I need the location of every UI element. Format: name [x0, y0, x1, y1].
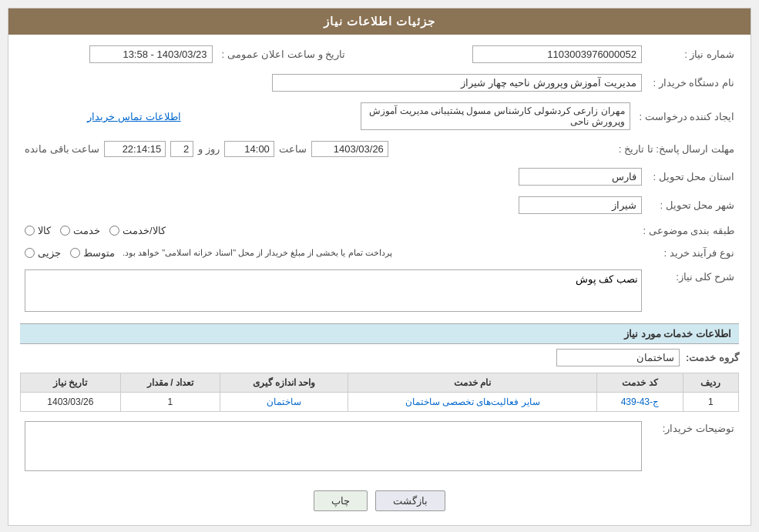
- contact-link[interactable]: اطلاعات تماس خریدار: [87, 111, 180, 122]
- purchase-type-medium-radio[interactable]: [70, 248, 80, 258]
- category-khidmat-label: خدمت: [73, 225, 100, 236]
- buyer-notes-label: توضیحات خریدار:: [646, 418, 739, 477]
- col-need-date: تاریخ نیاز: [21, 373, 121, 393]
- need-number-label: شماره نیاز :: [646, 42, 739, 66]
- announcement-label: تاریخ و ساعت اعلان عمومی :: [217, 42, 351, 66]
- col-service-name: نام خدمت: [348, 373, 597, 393]
- category-khidmat-radio[interactable]: [60, 226, 70, 236]
- service-group-value: ساختمان: [556, 349, 680, 366]
- category-kala-radio[interactable]: [25, 226, 35, 236]
- buyer-notes-textarea[interactable]: [25, 421, 642, 471]
- need-description-label: شرح کلی نیاز:: [646, 266, 739, 317]
- purchase-type-label: نوع فرآیند خرید :: [646, 244, 739, 262]
- buyer-org-value: مدیریت آموزش وپرورش ناحیه چهار شیراز: [272, 74, 642, 92]
- province-value: فارس: [519, 168, 642, 186]
- services-table: ردیف کد خدمت نام خدمت واحد اندازه گیری ت…: [20, 373, 739, 412]
- button-row: بازگشت چاپ: [20, 481, 739, 517]
- category-kala-khidmat-label: کالا/خدمت: [123, 225, 166, 236]
- service-group-label: گروه خدمت:: [686, 352, 739, 363]
- requester-value: مهران زارعی کردشولی کارشناس مسول پشتیبان…: [361, 102, 630, 130]
- deadline-remaining-label: ساعت باقی مانده: [25, 143, 99, 155]
- col-measurement-unit: واحد اندازه گیری: [220, 373, 348, 393]
- city-value: شیراز: [519, 196, 642, 214]
- col-row-num: ردیف: [683, 373, 738, 393]
- deadline-days: 2: [170, 141, 193, 157]
- category-kala-khidmat[interactable]: کالا/خدمت: [109, 225, 166, 236]
- cell-need-date: 1403/03/26: [21, 393, 121, 412]
- deadline-date: 1403/03/26: [311, 141, 388, 157]
- category-kala-label: کالا: [38, 225, 51, 236]
- cell-service-name: سایر فعالیت‌های تخصصی ساختمان: [348, 393, 597, 412]
- purchase-type-small-radio[interactable]: [25, 248, 35, 258]
- purchase-type-small-label: جزیی: [38, 247, 61, 259]
- province-label: استان محل تحویل :: [646, 165, 739, 189]
- cell-service-code: ج-43-439: [597, 393, 683, 412]
- need-description-textarea[interactable]: [25, 269, 642, 312]
- purchase-type-note: پرداخت تمام یا بخشی از مبلغ خریدار از مح…: [123, 248, 392, 258]
- response-deadline-label: مهلت ارسال پاسخ: تا تاریخ :: [614, 138, 739, 160]
- city-label: شهر محل تحویل :: [646, 193, 739, 217]
- col-service-code: کد خدمت: [597, 373, 683, 393]
- services-section-header: اطلاعات خدمات مورد نیاز: [20, 323, 739, 344]
- page-header: جزئیات اطلاعات نیاز: [8, 8, 751, 35]
- table-row: 1 ج-43-439 سایر فعالیت‌های تخصصی ساختمان…: [21, 393, 739, 412]
- deadline-time: 14:00: [224, 141, 274, 157]
- category-khidmat[interactable]: خدمت: [60, 225, 100, 236]
- need-number-value: 1103003976000052: [472, 45, 642, 63]
- deadline-remaining-time: 22:14:15: [104, 141, 166, 157]
- category-kala-khidmat-radio[interactable]: [109, 226, 119, 236]
- cell-measurement-unit: ساختمان: [220, 393, 348, 412]
- deadline-days-label: روز و: [198, 143, 220, 155]
- cell-row-num: 1: [683, 393, 738, 412]
- category-kala[interactable]: کالا: [25, 225, 51, 236]
- announcement-value: 1403/03/23 - 13:58: [89, 45, 213, 63]
- print-button[interactable]: چاپ: [314, 490, 368, 511]
- col-quantity: تعداد / مقدار: [120, 373, 220, 393]
- purchase-type-medium[interactable]: متوسط: [70, 247, 115, 259]
- requester-label: ایجاد کننده درخواست :: [635, 99, 739, 133]
- category-label: طبقه بندی موضوعی :: [639, 222, 739, 239]
- purchase-type-medium-label: متوسط: [83, 247, 115, 259]
- deadline-time-label: ساعت: [279, 143, 307, 155]
- buyer-org-label: نام دستگاه خریدار :: [646, 71, 739, 95]
- back-button[interactable]: بازگشت: [375, 490, 445, 511]
- purchase-type-small[interactable]: جزیی: [25, 247, 61, 259]
- cell-quantity: 1: [120, 393, 220, 412]
